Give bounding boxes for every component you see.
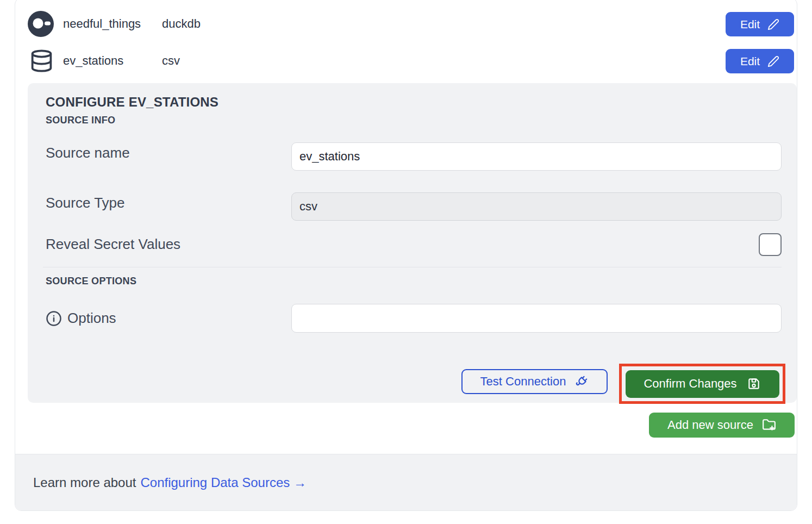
confirm-changes-label: Confirm Changes (644, 377, 736, 391)
info-icon (46, 310, 62, 327)
reveal-secret-values-label: Reveal Secret Values (46, 236, 180, 253)
add-new-source-button[interactable]: Add new source (649, 413, 795, 438)
source-type: csv (162, 54, 180, 68)
confirm-changes-button[interactable]: Confirm Changes (626, 370, 779, 398)
section-divider (43, 267, 782, 267)
edit-source-button[interactable]: Edit (726, 12, 794, 36)
screen: needful_things duckdb Edit ev_st (0, 0, 812, 524)
configure-panel: CONFIGURE EV_STATIONS SOURCE INFO Source… (28, 83, 797, 403)
test-connection-label: Test Connection (480, 375, 566, 389)
panel-title: CONFIGURE EV_STATIONS (46, 95, 218, 110)
duckdb-logo-icon (28, 11, 54, 37)
source-type-label: Source Type (46, 195, 125, 211)
source-type: duckdb (162, 17, 201, 31)
configuring-data-sources-link[interactable]: Configuring Data Sources → (140, 475, 307, 490)
source-name: needful_things (63, 17, 141, 31)
database-icon (29, 48, 54, 73)
source-info-heading: SOURCE INFO (46, 115, 115, 126)
test-connection-button[interactable]: Test Connection (461, 369, 608, 394)
source-name-input[interactable] (291, 142, 782, 171)
options-input[interactable] (291, 304, 782, 333)
footer-text: Learn more about (33, 475, 136, 490)
add-new-source-label: Add new source (667, 418, 753, 432)
edit-button-label: Edit (740, 55, 760, 68)
edit-source-button[interactable]: Edit (726, 49, 794, 73)
save-floppy-icon (747, 377, 761, 391)
source-name: ev_stations (63, 54, 123, 68)
pencil-icon (767, 18, 779, 30)
source-row-needful-things: needful_things duckdb Edit (15, 11, 797, 37)
source-row-ev-stations: ev_stations csv Edit (15, 48, 797, 74)
data-sources-card: needful_things duckdb Edit ev_st (15, 0, 797, 511)
options-label-row: Options (46, 304, 116, 333)
footer-link-label: Configuring Data Sources (140, 475, 290, 490)
source-name-label: Source name (46, 145, 130, 161)
source-type-input (291, 192, 782, 221)
pencil-icon (767, 55, 779, 67)
source-options-heading: SOURCE OPTIONS (46, 276, 136, 287)
reveal-secret-values-checkbox[interactable] (759, 233, 782, 256)
folder-plus-icon (762, 418, 776, 432)
arrow-right-icon: → (293, 475, 307, 490)
footer: Learn more about Configuring Data Source… (15, 454, 797, 510)
edit-button-label: Edit (740, 18, 760, 31)
options-label: Options (67, 310, 116, 327)
confirm-changes-highlight-box: Confirm Changes (619, 364, 785, 404)
plug-icon (574, 375, 589, 389)
